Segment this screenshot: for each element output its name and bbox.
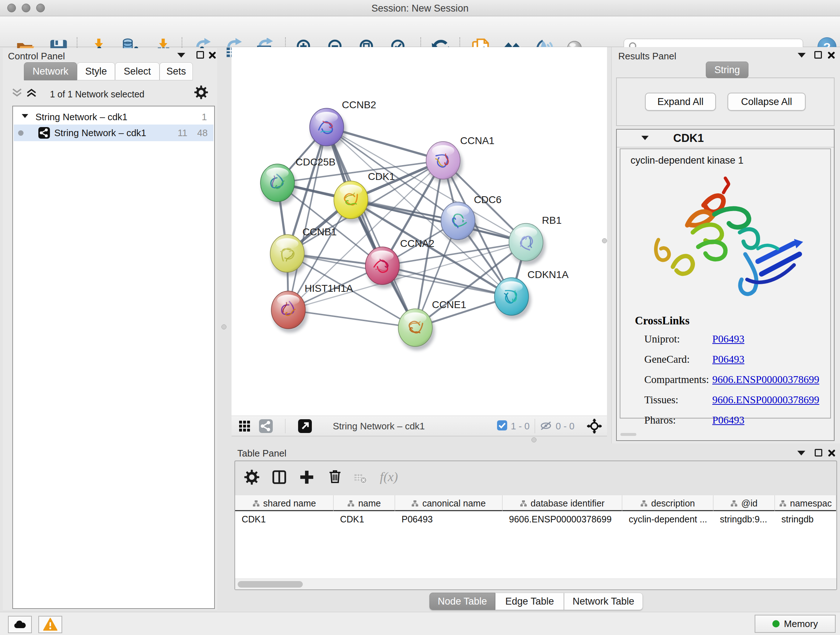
section-collapse-icon[interactable]: [641, 136, 649, 140]
collapse-all-icon[interactable]: [11, 87, 23, 99]
crosslink-label: GeneCard:: [644, 353, 690, 365]
table-cell[interactable]: 9606.ENSP00000378699: [502, 511, 622, 578]
column-header[interactable]: name: [333, 495, 395, 511]
table-hscrollbar-thumb[interactable]: [238, 581, 303, 587]
tab-edge-table[interactable]: Edge Table: [495, 593, 564, 610]
column-header-label: name: [358, 498, 381, 509]
cloud-button[interactable]: [8, 616, 32, 633]
expand-all-icon[interactable]: [25, 87, 38, 99]
memory-button[interactable]: Memory: [755, 615, 836, 633]
network-collection-row[interactable]: String Network – cdk1 1: [14, 109, 213, 125]
node-label: CCNA1: [460, 135, 494, 146]
tab-network[interactable]: Network: [24, 62, 77, 80]
network-canvas[interactable]: CCNB2CCNA1CDC25BCDK1CDC6RB1CCNB1CCNA2CDK…: [232, 47, 607, 416]
float-panel-icon[interactable]: [815, 449, 822, 456]
table-cell[interactable]: stringdb:9...: [714, 511, 775, 578]
expand-all-button[interactable]: Expand All: [645, 93, 716, 111]
column-header[interactable]: namespac: [775, 495, 836, 511]
tab-select[interactable]: Select: [115, 62, 159, 80]
protein-node[interactable]: CCNA1: [426, 135, 494, 183]
add-column-icon[interactable]: [299, 469, 315, 485]
table-cell[interactable]: P06493: [395, 511, 502, 578]
float-panel-icon[interactable]: [814, 51, 822, 59]
results-panel-title: Results Panel: [618, 51, 676, 62]
collapse-all-button[interactable]: Collapse All: [728, 93, 806, 111]
results-button-box: Expand All Collapse All: [616, 78, 835, 126]
node-label: HIST1H1A: [305, 283, 353, 294]
panel-menu-icon[interactable]: [177, 53, 185, 57]
close-panel-icon[interactable]: [827, 51, 835, 59]
network-view-toolbar: String Network – cdk1 1 - 0 0 - 0: [232, 416, 607, 436]
hidden-eye-icon[interactable]: [540, 420, 552, 431]
tab-node-table[interactable]: Node Table: [429, 593, 495, 610]
tab-string-label: String: [714, 65, 740, 75]
protein-node[interactable]: CDKN1A: [494, 269, 569, 319]
crosslink-pharos-link[interactable]: P06493: [712, 414, 745, 426]
protein-node[interactable]: RB1: [509, 215, 561, 265]
collapse-all-label: Collapse All: [741, 96, 792, 107]
node-label: CDK1: [368, 171, 395, 182]
table-header-row: shared namenamecanonical namedatabase id…: [235, 495, 836, 511]
crosslink-label: Uniprot:: [644, 333, 680, 345]
column-header[interactable]: canonical name: [395, 495, 502, 511]
gear-icon[interactable]: [194, 85, 208, 100]
crosslink-genecard-link[interactable]: P06493: [712, 353, 745, 365]
tab-style[interactable]: Style: [77, 62, 115, 80]
network-label: String Network – cdk1: [54, 127, 146, 139]
panel-menu-icon[interactable]: [797, 451, 805, 455]
network-row-selected[interactable]: String Network – cdk1 11 48: [14, 125, 213, 141]
table-hscrollbar[interactable]: [235, 578, 836, 589]
close-panel-icon[interactable]: [208, 51, 216, 59]
table-cell[interactable]: CDK1: [333, 511, 395, 578]
open-in-window-button[interactable]: [298, 419, 312, 433]
birdseye-grid-icon[interactable]: [239, 420, 250, 432]
title-bar: Session: New Session: [0, 0, 840, 16]
tab-network-label: Network: [33, 66, 68, 77]
column-header[interactable]: @id: [714, 495, 775, 511]
tree-expand-icon[interactable]: [22, 114, 28, 118]
node-label: CCNA2: [400, 238, 434, 249]
table-gear-icon[interactable]: [244, 469, 260, 485]
tab-edge-table-label: Edge Table: [505, 596, 554, 607]
crosslink-compartments-link[interactable]: 9606.ENSP00000378699: [712, 374, 819, 386]
bottom-sash-handle[interactable]: [531, 437, 537, 442]
gene-description: cyclin-dependent kinase 1: [630, 155, 744, 166]
table-cell[interactable]: CDK1: [235, 511, 333, 578]
protein-node[interactable]: CDC6: [441, 194, 501, 244]
left-sash-handle[interactable]: [221, 325, 226, 329]
tab-sets[interactable]: Sets: [159, 62, 193, 80]
cdk1-section-header[interactable]: CDK1: [617, 130, 834, 147]
warning-button[interactable]: [38, 616, 62, 633]
table-data-row[interactable]: CDK1CDK1P064939606.ENSP00000378699cyclin…: [235, 511, 836, 578]
cdk1-details: cyclin-dependent kinase 1: [620, 149, 831, 418]
collection-label: String Network – cdk1: [35, 111, 127, 123]
protein-node[interactable]: CCNA2: [365, 238, 434, 288]
string-view-icon[interactable]: [259, 419, 273, 433]
selected-checkbox[interactable]: [497, 420, 507, 431]
crosslink-tissues-link[interactable]: 9606.ENSP00000378699: [712, 394, 819, 406]
float-panel-icon[interactable]: [196, 51, 204, 59]
results-hscrollbar[interactable]: [621, 433, 636, 436]
right-sash-handle[interactable]: [602, 238, 607, 243]
column-header[interactable]: description: [622, 495, 714, 511]
column-header[interactable]: database identifier: [502, 495, 622, 511]
protein-node[interactable]: HIST1H1A: [271, 283, 353, 333]
panel-menu-icon[interactable]: [798, 53, 806, 57]
table-cell[interactable]: stringdb: [775, 511, 836, 578]
fit-crosshair-icon[interactable]: [587, 418, 602, 434]
crosslink-uniprot-link[interactable]: P06493: [712, 333, 745, 345]
collection-count: 1: [202, 111, 207, 123]
tab-string[interactable]: String: [706, 62, 748, 78]
protein-node[interactable]: CCNB1: [270, 226, 337, 276]
delete-column-icon[interactable]: [327, 469, 343, 485]
protein-node[interactable]: CCNE1: [398, 299, 466, 350]
column-header-label: description: [651, 498, 695, 509]
column-header[interactable]: shared name: [235, 495, 333, 511]
tab-network-table[interactable]: Network Table: [564, 593, 643, 610]
window-title: Session: New Session: [0, 3, 840, 14]
show-columns-icon[interactable]: [271, 469, 287, 485]
function-builder-icon-disabled: f(x): [380, 469, 398, 485]
close-panel-icon[interactable]: [828, 449, 836, 457]
network-graph[interactable]: CCNB2CCNA1CDC25BCDK1CDC6RB1CCNB1CCNA2CDK…: [232, 47, 607, 416]
table-cell[interactable]: cyclin-dependent ...: [622, 511, 714, 578]
